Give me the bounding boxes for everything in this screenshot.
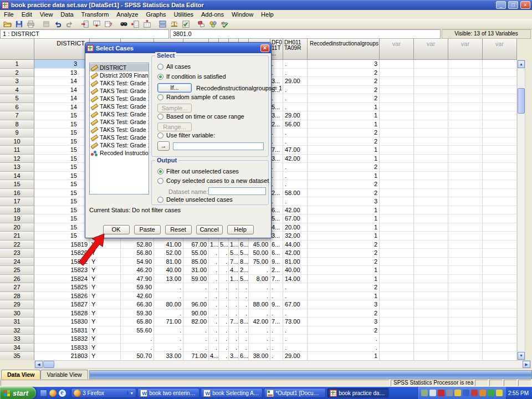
tray-icon-4[interactable]	[446, 390, 453, 396]
grid-cell[interactable]: 15	[34, 197, 90, 206]
grid-cell[interactable]: .	[249, 292, 270, 301]
grid-cell[interactable]: 3...	[270, 232, 283, 241]
grid-cell[interactable]: 67.00	[283, 300, 308, 309]
grid-cell[interactable]: .	[154, 326, 183, 335]
grid-cell[interactable]: 2	[308, 241, 380, 249]
column-header-district[interactable]: DISTRICT	[34, 39, 90, 60]
grid-cell[interactable]	[483, 94, 517, 103]
grid-cell[interactable]: 8.00	[249, 275, 270, 284]
grid-cell[interactable]: 81.00	[154, 258, 183, 267]
row-header-cell[interactable]: 32	[0, 326, 34, 335]
row-header-cell[interactable]: 35	[0, 352, 34, 361]
grid-cell[interactable]: 5...	[270, 214, 283, 223]
grid-cell[interactable]: .	[283, 172, 308, 181]
radio-delete-unselected-label[interactable]: Delete unselected cases	[166, 196, 233, 203]
taskbar-button[interactable]: book Selecting A Singl...	[201, 388, 263, 398]
grid-cell[interactable]: .	[209, 249, 219, 258]
grid-cell[interactable]: Y	[90, 318, 121, 326]
row-header-cell[interactable]: 13	[0, 163, 34, 172]
grid-cell[interactable]	[483, 352, 517, 361]
row-header-cell[interactable]: 21	[0, 232, 34, 241]
grid-cell[interactable]	[483, 275, 517, 284]
grid-cell[interactable]: Y	[90, 352, 121, 361]
grid-cell[interactable]: 82.00	[183, 318, 209, 326]
grid-cell[interactable]	[448, 258, 483, 267]
grid-cell[interactable]: .	[154, 292, 183, 301]
grid-cell[interactable]: .	[270, 172, 283, 181]
grid-cell[interactable]: 8...	[239, 258, 249, 267]
grid-cell[interactable]	[380, 318, 414, 326]
grid-cell[interactable]	[380, 206, 414, 215]
grid-cell[interactable]	[380, 352, 414, 361]
help-button[interactable]: Help	[227, 225, 254, 234]
grid-cell[interactable]: 3...	[229, 352, 239, 361]
radio-random-sample-control[interactable]	[157, 94, 163, 100]
grid-cell[interactable]	[483, 283, 517, 292]
grid-cell[interactable]	[380, 163, 414, 172]
grid-cell[interactable]	[380, 275, 414, 284]
grid-cell[interactable]: 59.00	[183, 275, 209, 284]
grid-cell[interactable]	[448, 344, 483, 352]
row-header-cell[interactable]: 17	[0, 197, 34, 206]
grid-cell[interactable]: 38.00	[249, 352, 270, 361]
grid-cell[interactable]: 7...	[229, 318, 239, 326]
grid-cell[interactable]: .	[229, 335, 239, 344]
radio-copy-dataset-control[interactable]	[157, 178, 163, 184]
grid-cell[interactable]: .	[249, 266, 270, 275]
grid-cell[interactable]: .	[270, 180, 283, 189]
row-header-cell[interactable]: 1	[0, 60, 34, 69]
grid-cell[interactable]	[380, 266, 414, 275]
taskbar-button[interactable]: book two entering da...	[137, 388, 200, 398]
grid-cell[interactable]: .	[219, 266, 229, 275]
save-file-icon[interactable]	[13, 19, 25, 29]
row-header-cell[interactable]: 5	[0, 94, 34, 103]
value-labels-icon[interactable]	[196, 19, 207, 29]
grid-cell[interactable]	[380, 309, 414, 318]
row-header-cell[interactable]: 30	[0, 309, 34, 318]
grid-cell[interactable]	[414, 326, 448, 335]
menu-window[interactable]: Window	[228, 11, 257, 18]
grid-cell[interactable]	[483, 258, 517, 267]
grid-cell[interactable]	[448, 241, 483, 249]
grid-cell[interactable]	[380, 300, 414, 309]
menu-file[interactable]: File	[0, 11, 18, 18]
row-header-cell[interactable]: 28	[0, 292, 34, 301]
grid-cell[interactable]: 71.00	[154, 318, 183, 326]
column-header-var1[interactable]: var	[380, 39, 414, 60]
grid-cell[interactable]: .	[219, 258, 229, 267]
grid-cell[interactable]: 1...	[229, 275, 239, 284]
grid-cell[interactable]: 1	[308, 120, 380, 129]
variable-list-item[interactable]: TAKS Test: Grade 11 A...	[90, 87, 149, 95]
grid-cell[interactable]: .	[219, 275, 229, 284]
grid-cell[interactable]	[414, 232, 448, 241]
grid-cell[interactable]: 14	[34, 94, 90, 103]
tray-icon-8[interactable]	[479, 390, 486, 396]
row-header-cell[interactable]: 11	[0, 146, 34, 155]
variable-list-item[interactable]: TAKS Test: Grade 11 Hi...	[90, 141, 149, 149]
grid-cell[interactable]	[483, 197, 517, 206]
select-cases-icon[interactable]	[180, 19, 192, 29]
grid-cell[interactable]	[380, 120, 414, 129]
grid-cell[interactable]: 85.00	[183, 258, 209, 267]
variable-list-item[interactable]: TAKS Test: Grade 11 F...	[90, 126, 149, 134]
grid-cell[interactable]: 14	[34, 86, 90, 95]
weight-cases-icon[interactable]	[168, 19, 180, 29]
grid-cell[interactable]	[483, 60, 517, 69]
grid-cell[interactable]: 46.20	[121, 266, 154, 275]
grid-cell[interactable]	[483, 155, 517, 163]
row-header-cell[interactable]: 20	[0, 223, 34, 232]
grid-cell[interactable]: .	[229, 326, 239, 335]
redo-icon[interactable]	[64, 19, 75, 29]
close-button[interactable]: ×	[520, 1, 530, 9]
grid-cell[interactable]: 59.90	[121, 283, 154, 292]
taskbar-button[interactable]: *Output1 [Document...	[264, 388, 326, 398]
grid-cell[interactable]: 1...	[229, 241, 239, 249]
grid-cell[interactable]: .	[154, 344, 183, 352]
grid-cell[interactable]: 15	[34, 120, 90, 129]
radio-if-condition-label[interactable]: If condition is satisfied	[166, 73, 226, 80]
grid-cell[interactable]: 7...	[229, 258, 239, 267]
group-expand-icon[interactable]: ▼	[127, 391, 134, 395]
grid-cell[interactable]: .	[283, 129, 308, 137]
grid-cell[interactable]	[414, 258, 448, 267]
grid-cell[interactable]: 65.80	[121, 318, 154, 326]
